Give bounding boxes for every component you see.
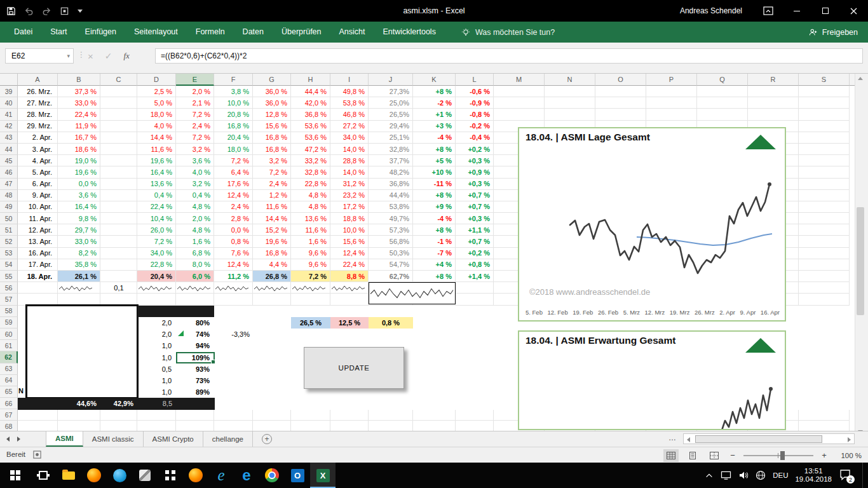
cell-A51[interactable]: 12. Apr. [18, 224, 58, 236]
horizontal-scroll-thumb[interactable] [695, 435, 822, 443]
maximize-button[interactable] [811, 0, 839, 22]
row-header-46[interactable]: 46 [0, 166, 18, 178]
cell-E52[interactable]: 1,6 % [176, 236, 214, 247]
cell-K53[interactable]: -7 % [413, 248, 456, 259]
cell-I48[interactable]: 23,2 % [330, 190, 369, 201]
taskbar-internet-explorer-icon[interactable]: e [208, 463, 234, 488]
cell-K67[interactable] [413, 409, 456, 421]
cell-H49[interactable]: 4,8 % [291, 201, 330, 213]
ribbon-tab-ansicht[interactable]: Ansicht [330, 22, 374, 43]
cell-E39[interactable]: 2,0 % [176, 86, 214, 97]
cell-I46[interactable]: 14,0 % [330, 166, 369, 178]
cell-P41[interactable] [646, 109, 697, 120]
cell-S57[interactable] [799, 294, 850, 305]
row-header-65[interactable]: 65 [0, 386, 18, 398]
highlight-cell-2[interactable]: 0,8 % [369, 317, 413, 329]
taskbar-firefox-secondary-icon[interactable] [183, 463, 208, 488]
taskbar-task-view-icon[interactable] [31, 463, 56, 488]
cell-F67[interactable] [214, 409, 253, 421]
account-name[interactable]: Andreas Schendel [680, 6, 742, 15]
tab-overflow-ellipsis[interactable]: … [668, 433, 676, 442]
cell-S40[interactable] [799, 97, 850, 109]
cell-F47[interactable]: 17,6 % [214, 179, 253, 190]
cell-B67[interactable] [58, 409, 100, 421]
cell-D40[interactable]: 5,0 % [137, 97, 176, 109]
cell-L44[interactable]: +0,2 % [456, 144, 494, 155]
row-header-64[interactable]: 64 [0, 375, 18, 386]
cell-C52[interactable] [100, 236, 137, 247]
ribbon-tab-datei[interactable]: Datei [5, 22, 41, 43]
cell-H42[interactable]: 53,6 % [291, 121, 330, 132]
column-header-F[interactable]: F [214, 74, 253, 86]
cell-J48[interactable]: 44,4% [369, 190, 413, 201]
cell-F42[interactable]: 16,8 % [214, 121, 253, 132]
row-header-54[interactable]: 54 [0, 259, 18, 271]
taskbar-grid-app-icon[interactable] [158, 463, 183, 488]
globe-icon[interactable] [756, 470, 766, 480]
taskbar-chrome-icon[interactable] [259, 463, 285, 488]
cell-G47[interactable]: 2,4 % [253, 179, 291, 190]
cell-J44[interactable]: 32,8% [369, 144, 413, 155]
cell-H50[interactable]: 13,6 % [291, 213, 330, 224]
cell-D41[interactable]: 18,0 % [137, 109, 176, 120]
network-icon[interactable] [721, 471, 731, 480]
column-header-N[interactable]: N [545, 74, 595, 86]
cell-L40[interactable]: -0,9 % [456, 97, 494, 109]
cell-N40[interactable] [545, 97, 595, 109]
cell-L55[interactable]: +1,4 % [456, 271, 494, 282]
cell-A39[interactable]: 26. Mrz. [18, 86, 58, 97]
cell-E63[interactable]: 93% [176, 363, 214, 375]
cell-F39[interactable]: 3,8 % [214, 86, 253, 97]
cell-I53[interactable]: 12,4 % [330, 248, 369, 259]
cell-C54[interactable] [100, 259, 137, 271]
cell-F49[interactable]: 2,4 % [214, 201, 253, 213]
cell-P39[interactable] [646, 86, 697, 97]
cell-H55[interactable]: 7,2 % [291, 271, 330, 282]
cell-D42[interactable]: 4,0 % [137, 121, 176, 132]
cell-L46[interactable]: +0,9 % [456, 166, 494, 178]
taskbar-messenger-blue-icon[interactable] [107, 463, 132, 488]
sheet-tab-chellange[interactable]: chellange [203, 431, 253, 447]
scroll-up-icon[interactable] [858, 77, 863, 80]
cell-G40[interactable]: 36,0 % [253, 97, 291, 109]
cell-E50[interactable]: 2,0 % [176, 213, 214, 224]
cell-L49[interactable]: +0,7 % [456, 201, 494, 213]
ribbon-tab-einfügen[interactable]: Einfügen [76, 22, 125, 43]
cell-S42[interactable] [799, 121, 850, 132]
share-button[interactable]: Freigeben [809, 22, 858, 43]
cell-J68[interactable] [369, 421, 413, 431]
cell-D50[interactable]: 10,4 % [137, 213, 176, 224]
cell-C56[interactable]: 0,1 [100, 282, 137, 294]
cell-N41[interactable] [545, 109, 595, 120]
cell-B50[interactable]: 9,8 % [58, 213, 100, 224]
cell-A43[interactable]: 2. Apr. [18, 132, 58, 144]
column-header-C[interactable]: C [100, 74, 137, 86]
column-header-R[interactable]: R [748, 74, 799, 86]
cell-F48[interactable]: 12,4 % [214, 190, 253, 201]
cell-O39[interactable] [595, 86, 646, 97]
sheet-tab-asmi-crypto[interactable]: ASMI Crypto [144, 431, 203, 447]
cell-J54[interactable]: 54,7% [369, 259, 413, 271]
sheet-tab-asmi[interactable]: ASMI [46, 431, 83, 447]
cell-A40[interactable]: 27. Mrz. [18, 97, 58, 109]
cell-M41[interactable] [494, 109, 545, 120]
cell-G54[interactable]: 4,4 % [253, 259, 291, 271]
row-header-60[interactable]: 60 [0, 329, 18, 340]
speaker-icon[interactable] [738, 471, 749, 480]
cell-J42[interactable]: 29,4% [369, 121, 413, 132]
cell-S45[interactable] [799, 155, 850, 166]
ribbon-tab-formeln[interactable]: Formeln [187, 22, 234, 43]
row-header-52[interactable]: 52 [0, 236, 18, 247]
row-header-49[interactable]: 49 [0, 201, 18, 213]
cell-K51[interactable]: +8 % [413, 224, 456, 236]
cell-J53[interactable]: 50,3% [369, 248, 413, 259]
cell-C68[interactable] [100, 421, 137, 431]
cell-I42[interactable]: 27,2 % [330, 121, 369, 132]
cell-H54[interactable]: 9,6 % [291, 259, 330, 271]
cell-S47[interactable] [799, 179, 850, 190]
ribbon-tab-überprüfen[interactable]: Überprüfen [273, 22, 330, 43]
cell-I47[interactable]: 31,2 % [330, 179, 369, 190]
cell-C41[interactable] [100, 109, 137, 120]
cell-I40[interactable]: 53,8 % [330, 97, 369, 109]
cell-L67[interactable] [456, 409, 494, 421]
